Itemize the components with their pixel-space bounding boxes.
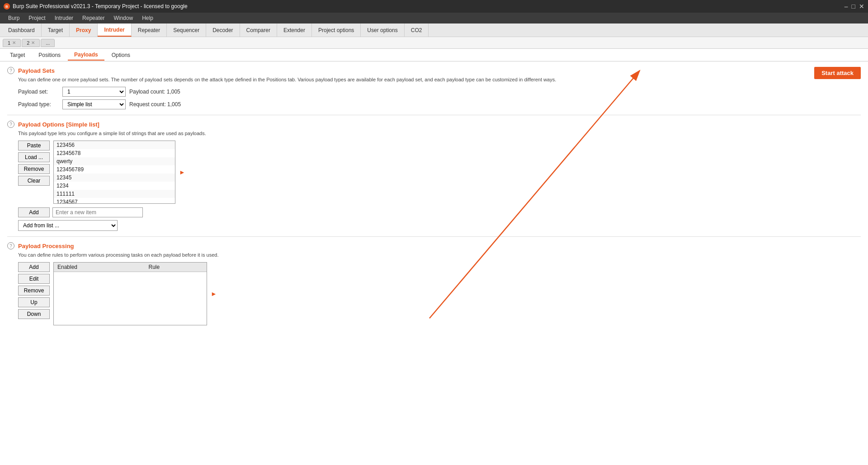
menu-help[interactable]: Help [137,13,158,23]
payload-set-select[interactable]: 1 2 [62,87,126,97]
menu-burp[interactable]: Burp [4,13,24,23]
payload-sets-title: Payload Sets [18,67,55,74]
divider-2 [7,236,861,237]
col-enabled: Enabled [54,263,145,272]
payload-sets-header: ? Payload Sets [7,67,861,74]
payload-processing-title: Payload Processing [18,243,74,249]
tab-co2[interactable]: CO2 [405,23,429,37]
processing-orange-arrow: ► [211,290,217,297]
payload-processing-desc: You can define rules to perform various … [18,252,861,258]
tab-intruder[interactable]: Intruder [98,23,131,37]
tab-project-options[interactable]: Project options [312,23,361,37]
list-item[interactable]: 123456 [54,141,175,149]
instance-tab-more-label: ... [46,40,50,46]
payload-sets-help-icon[interactable]: ? [7,67,14,74]
tab-dashboard[interactable]: Dashboard [2,23,42,37]
list-item[interactable]: 12345678 [54,149,175,157]
add-from-list-row: Add from list ... [18,220,861,231]
instance-tab-2-label: 2 [27,40,29,46]
title-bar: B Burp Suite Professional v2021.3 - Temp… [0,0,868,13]
payload-options-title: Payload Options [Simple list] [18,121,99,128]
close-button[interactable]: ✕ [859,3,864,10]
instance-tab-1[interactable]: 1 ✕ [3,39,21,47]
subtab-positions[interactable]: Positions [32,50,67,60]
maximize-button[interactable]: □ [852,3,855,10]
instance-tab-2-close[interactable]: ✕ [31,40,35,45]
add-item-button[interactable]: Add [18,207,50,217]
tab-target[interactable]: Target [42,23,70,37]
tab-repeater[interactable]: Repeater [132,23,167,37]
tab-sequencer[interactable]: Sequencer [167,23,206,37]
instance-tab-1-close[interactable]: ✕ [12,40,16,45]
processing-down-button[interactable]: Down [18,309,50,319]
request-count-value: Request count: 1,005 [129,101,181,108]
add-item-input[interactable] [52,207,143,217]
menu-repeater[interactable]: Repeater [78,13,109,23]
divider-1 [7,115,861,115]
processing-buttons: Add Edit Remove Up Down [18,262,50,325]
tab-user-options[interactable]: User options [361,23,404,37]
app-title: Burp Suite Professional v2021.3 - Tempor… [13,3,188,9]
list-item[interactable]: 111111 [54,190,175,198]
main-content: Start attack ? Payload Sets You can defi… [0,61,868,465]
list-item[interactable]: 123456789 [54,165,175,174]
list-buttons: Paste Load ... Remove Clear [18,141,50,204]
subtab-target[interactable]: Target [4,50,31,60]
title-left: B Burp Suite Professional v2021.3 - Temp… [4,3,188,9]
title-controls: – □ ✕ [844,3,864,10]
payload-sets-desc: You can define one or more payload sets.… [18,77,861,82]
tab-comparer[interactable]: Comparer [240,23,277,37]
subtab-payloads[interactable]: Payloads [68,50,104,61]
menu-window[interactable]: Window [109,13,137,23]
tab-extender[interactable]: Extender [277,23,312,37]
instance-tab-1-label: 1 [8,40,10,46]
payload-list-box[interactable]: 123456 12345678 qwerty 123456789 12345 1… [53,141,175,204]
load-button[interactable]: Load ... [18,152,50,162]
menu-bar: Burp Project Intruder Repeater Window He… [0,13,868,23]
subtab-options[interactable]: Options [105,50,137,60]
payload-options-help-icon[interactable]: ? [7,121,14,128]
instance-tab-2[interactable]: 2 ✕ [22,39,40,47]
payload-processing-section: ? Payload Processing You can define rule… [7,242,861,325]
start-attack-button[interactable]: Start attack [814,67,861,79]
processing-table-area: Add Edit Remove Up Down Enabled Rule [18,262,861,325]
processing-add-button[interactable]: Add [18,262,50,272]
payload-processing-header: ? Payload Processing [7,242,861,249]
tab-decoder[interactable]: Decoder [206,23,240,37]
payload-type-label: Payload type: [18,101,59,108]
payload-set-row: Payload set: 1 2 Payload count: 1,005 [18,87,861,97]
instance-tabs: 1 ✕ 2 ✕ ... [0,37,868,49]
processing-rules-table: Enabled Rule [54,263,207,272]
col-rule: Rule [145,263,207,272]
payload-type-select[interactable]: Simple list Runtime file Custom iterator [62,99,126,109]
tab-proxy[interactable]: Proxy [70,23,98,37]
paste-button[interactable]: Paste [18,141,50,150]
add-item-row: Add [18,207,861,217]
processing-up-button[interactable]: Up [18,297,50,307]
menu-project[interactable]: Project [24,13,50,23]
payload-type-row: Payload type: Simple list Runtime file C… [18,99,861,109]
sub-tabs: Target Positions Payloads Options [0,49,868,61]
list-item[interactable]: 1234567 [54,198,175,204]
processing-remove-button[interactable]: Remove [18,286,50,296]
burp-icon: B [4,3,10,9]
payload-count-value: Payload count: 1,005 [129,89,180,95]
clear-button[interactable]: Clear [18,176,50,186]
instance-tab-more[interactable]: ... [41,39,55,47]
menu-intruder[interactable]: Intruder [50,13,78,23]
payload-processing-help-icon[interactable]: ? [7,242,14,249]
payload-sets-section: ? Payload Sets You can define one or mor… [7,67,861,109]
payload-options-section: ? Payload Options [Simple list] This pay… [7,121,861,231]
payload-options-desc: This payload type lets you configure a s… [18,131,861,136]
add-from-list-select[interactable]: Add from list ... [18,220,118,231]
payload-options-header: ? Payload Options [Simple list] [7,121,861,128]
list-item[interactable]: 12345 [54,174,175,182]
payload-list-area: Paste Load ... Remove Clear 123456 12345… [18,141,861,204]
payload-set-label: Payload set: [18,89,59,95]
tool-tabs: Dashboard Target Proxy Intruder Repeater… [0,23,868,37]
processing-edit-button[interactable]: Edit [18,274,50,284]
remove-button[interactable]: Remove [18,164,50,174]
list-item[interactable]: qwerty [54,157,175,165]
minimize-button[interactable]: – [844,3,848,10]
list-item[interactable]: 1234 [54,182,175,190]
